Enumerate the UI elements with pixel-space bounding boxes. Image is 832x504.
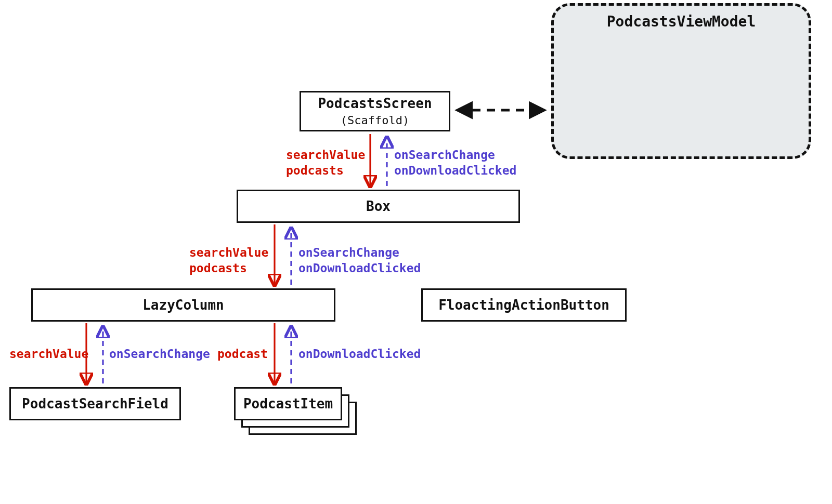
- lazycolumn-title: LazyColumn: [142, 297, 224, 314]
- box-title: Box: [366, 198, 391, 215]
- label-screen-to-box-down: searchValue podcasts: [286, 148, 365, 179]
- podcast-item-layer-1: PodcastItem: [234, 387, 342, 420]
- node-floating-action-button: FloactingActionButton: [421, 288, 627, 322]
- diagram-canvas: PodcastsViewModel PodcastsScreen (Scaffo…: [0, 0, 832, 504]
- label-lazy-to-item-up: onDownloadClicked: [298, 347, 421, 362]
- label-box-to-lazy-down: searchValue podcasts: [189, 245, 268, 276]
- label-screen-to-box-up: onSearchChange onDownloadClicked: [394, 148, 516, 179]
- podcasts-screen-title: PodcastsScreen: [318, 95, 432, 112]
- label-box-to-lazy-up: onSearchChange onDownloadClicked: [298, 245, 421, 276]
- label-lazy-to-search-down: searchValue: [9, 347, 88, 362]
- label-lazy-to-item-down: podcast: [217, 347, 268, 362]
- node-box: Box: [237, 190, 520, 223]
- viewmodel-title: PodcastsViewModel: [607, 13, 756, 30]
- fab-title: FloactingActionButton: [438, 297, 609, 314]
- node-viewmodel: PodcastsViewModel: [551, 3, 811, 159]
- podcasts-screen-subtitle: (Scaffold): [341, 113, 409, 128]
- label-lazy-to-search-up: onSearchChange: [109, 347, 210, 362]
- node-podcast-search-field: PodcastSearchField: [9, 387, 181, 420]
- podcast-search-field-title: PodcastSearchField: [22, 395, 168, 413]
- node-podcast-item-stack: PodcastItem: [234, 387, 359, 437]
- node-lazycolumn: LazyColumn: [31, 288, 335, 322]
- node-podcasts-screen: PodcastsScreen (Scaffold): [300, 91, 450, 131]
- podcast-item-title: PodcastItem: [243, 396, 333, 412]
